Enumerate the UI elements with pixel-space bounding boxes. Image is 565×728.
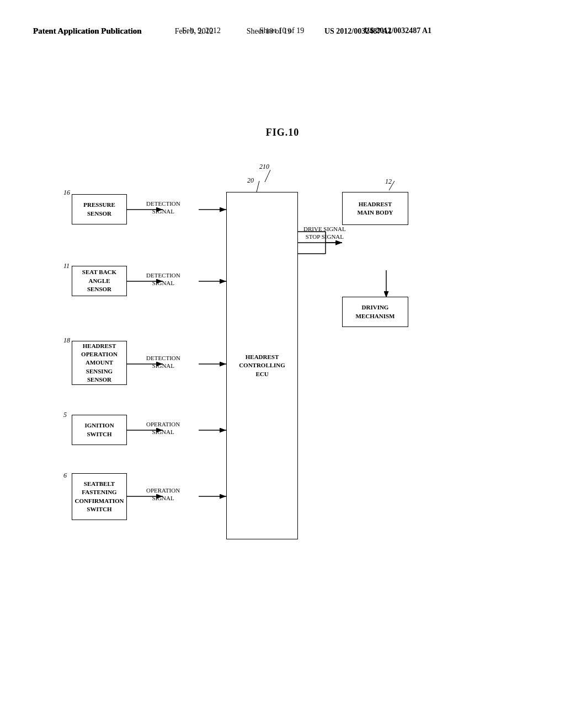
ref-num-16: 16: [63, 189, 70, 197]
driving-mechanism-box: DRIVINGMECHANISM: [342, 297, 408, 327]
seatbelt-switch-box: SEATBELTFASTENINGCONFIRMATIONSWITCH: [72, 473, 127, 520]
pressure-sensor-box: PRESSURESENSOR: [72, 194, 127, 224]
ref-num-5: 5: [63, 411, 67, 419]
patent-publication-text: Patent Application Publication: [33, 26, 142, 36]
operation-signal-2-label: OPERATIONSIGNAL: [146, 486, 180, 502]
ignition-switch-box: IGNITION SWITCH: [72, 415, 127, 445]
ref-num-20: 20: [247, 176, 254, 185]
ref-num-210: 210: [259, 163, 269, 171]
ref-num-11: 11: [63, 262, 70, 270]
svg-line-17: [265, 170, 270, 182]
ref-num-6: 6: [63, 472, 67, 480]
header-patent-num-text: US 2012/0032487 A1: [364, 26, 431, 35]
headrest-ecu-box: HEADRESTCONTROLLINGECU: [226, 192, 298, 539]
operation-signal-1-label: OPERATIONSIGNAL: [146, 420, 180, 436]
detection-signal-2-label: DETECTIONSIGNAL: [146, 271, 180, 287]
detection-signal-3-label: DETECTIONSIGNAL: [146, 354, 180, 370]
headrest-op-sensor-box: HEADRESTOPERATIONAMOUNT SENSINGSENSOR: [72, 341, 127, 385]
svg-line-18: [257, 181, 259, 192]
ref-num-12: 12: [385, 178, 392, 186]
ref-num-18: 18: [63, 336, 70, 345]
figure-title: FIG.10: [266, 127, 300, 138]
header-sheet-text: Sheet 10 of 19: [259, 26, 304, 35]
detection-signal-1-label: DETECTIONSIGNAL: [146, 200, 180, 216]
seat-back-sensor-box: SEAT BACK ANGLESENSOR: [72, 266, 127, 296]
diagram-container: 210 20 12 16 11 18 5 6 2 PRESSURESENSOR …: [28, 160, 524, 590]
drive-stop-signal-label: DRIVE SIGNALSTOP SIGNAL: [303, 225, 346, 241]
header-date-text: Feb. 9, 2012: [182, 26, 221, 35]
headrest-main-body-box: HEADRESTMAIN BODY: [342, 192, 408, 225]
